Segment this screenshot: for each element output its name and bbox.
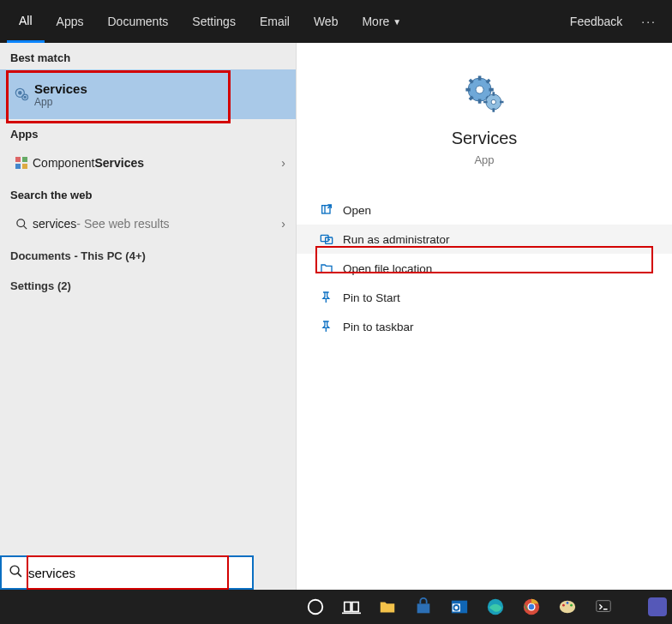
edge-icon[interactable] — [480, 591, 511, 622]
more-options-button[interactable]: ··· — [633, 15, 665, 28]
svg-rect-35 — [597, 601, 611, 612]
feedback-link[interactable]: Feedback — [560, 15, 633, 28]
svg-rect-23 — [417, 603, 430, 613]
svg-point-33 — [567, 602, 569, 604]
svg-point-30 — [529, 604, 534, 609]
tab-documents[interactable]: Documents — [95, 0, 180, 43]
svg-line-9 — [23, 225, 27, 229]
paint-icon[interactable] — [552, 591, 583, 622]
search-results-panel: Best match Services App Apps Component — [0, 43, 672, 590]
admin-icon — [317, 232, 336, 246]
chevron-down-icon: ▼ — [393, 17, 401, 27]
detail-actions: Open Run as administrator Open file loca… — [297, 195, 672, 341]
action-pin-taskbar-label: Pin to taskbar — [343, 321, 414, 333]
svg-rect-6 — [15, 164, 21, 169]
tab-all[interactable]: All — [7, 0, 45, 43]
detail-title: Services — [452, 129, 518, 148]
web-suffix-text: - See web results — [76, 217, 169, 231]
action-admin-label: Run as administrator — [343, 233, 450, 246]
svg-point-11 — [476, 86, 483, 93]
magnifier-icon — [10, 218, 33, 231]
teams-icon[interactable] — [648, 597, 667, 616]
action-open-label: Open — [343, 204, 371, 217]
tab-more-label: More — [362, 15, 389, 28]
documents-category[interactable]: Documents - This PC (4+) — [0, 241, 296, 271]
result-component-services[interactable]: Component Services › — [0, 146, 296, 180]
settings-category[interactable]: Settings (2) — [0, 271, 296, 301]
chevron-right-icon: › — [281, 217, 285, 231]
svg-rect-15 — [321, 235, 328, 241]
tab-settings[interactable]: Settings — [180, 0, 248, 43]
tab-more[interactable]: More ▼ — [350, 0, 413, 43]
svg-line-18 — [18, 573, 21, 576]
outlook-icon[interactable] — [444, 591, 475, 622]
start-search-box[interactable] — [0, 555, 254, 590]
svg-point-34 — [570, 604, 573, 607]
result-web-services[interactable]: services - See web results › — [0, 207, 296, 241]
tab-email[interactable]: Email — [248, 0, 302, 43]
results-list: Best match Services App Apps Component — [0, 43, 297, 590]
best-match-subtitle: App — [34, 96, 87, 108]
action-run-as-admin[interactable]: Run as administrator — [297, 225, 672, 254]
svg-rect-5 — [22, 157, 27, 162]
component-services-icon — [10, 156, 33, 170]
svg-point-8 — [16, 219, 24, 226]
open-icon — [317, 203, 336, 217]
action-pin-start-label: Pin to Start — [343, 291, 400, 304]
action-location-label: Open file location — [343, 262, 432, 275]
search-input[interactable] — [28, 566, 245, 580]
svg-point-3 — [24, 96, 26, 98]
search-icon — [9, 564, 23, 582]
action-pin-to-start[interactable]: Pin to Start — [297, 283, 672, 312]
chevron-right-icon: › — [281, 156, 285, 170]
file-explorer-icon[interactable] — [372, 591, 403, 622]
search-filter-tabs: All Apps Documents Settings Email Web Mo… — [0, 0, 672, 43]
svg-rect-21 — [352, 603, 358, 612]
action-pin-to-taskbar[interactable]: Pin to taskbar — [297, 312, 672, 341]
svg-point-1 — [19, 92, 21, 94]
tab-web[interactable]: Web — [302, 0, 351, 43]
folder-icon — [317, 261, 336, 275]
best-match-label: Best match — [0, 43, 296, 69]
task-view-icon[interactable] — [336, 591, 367, 622]
best-match-title: Services — [34, 81, 87, 96]
tab-apps[interactable]: Apps — [45, 0, 96, 43]
cortana-icon[interactable] — [300, 591, 331, 622]
services-icon — [9, 86, 34, 103]
svg-point-19 — [309, 600, 323, 615]
web-query-text: services — [33, 217, 76, 231]
svg-point-13 — [491, 99, 495, 104]
best-match-services[interactable]: Services App — [0, 69, 296, 119]
svg-point-17 — [10, 566, 19, 574]
taskbar — [0, 590, 672, 624]
detail-panel: Services App Open Run as administrator — [297, 43, 672, 590]
search-web-label: Search the web — [0, 180, 296, 207]
detail-subtitle: App — [474, 153, 494, 166]
svg-rect-20 — [345, 603, 351, 612]
action-open-file-location[interactable]: Open file location — [297, 254, 672, 283]
svg-point-32 — [562, 604, 565, 607]
svg-rect-4 — [15, 157, 21, 162]
chrome-icon[interactable] — [516, 591, 547, 622]
pin-icon — [317, 291, 336, 304]
svg-rect-7 — [22, 164, 27, 169]
component-services-prefix: Component — [33, 156, 94, 170]
store-icon[interactable] — [408, 591, 439, 622]
action-open[interactable]: Open — [297, 195, 672, 225]
services-large-icon — [459, 69, 510, 120]
component-services-bold: Services — [94, 156, 144, 170]
pin-icon — [317, 320, 336, 333]
terminal-icon[interactable] — [588, 591, 619, 622]
apps-section-label: Apps — [0, 119, 296, 146]
